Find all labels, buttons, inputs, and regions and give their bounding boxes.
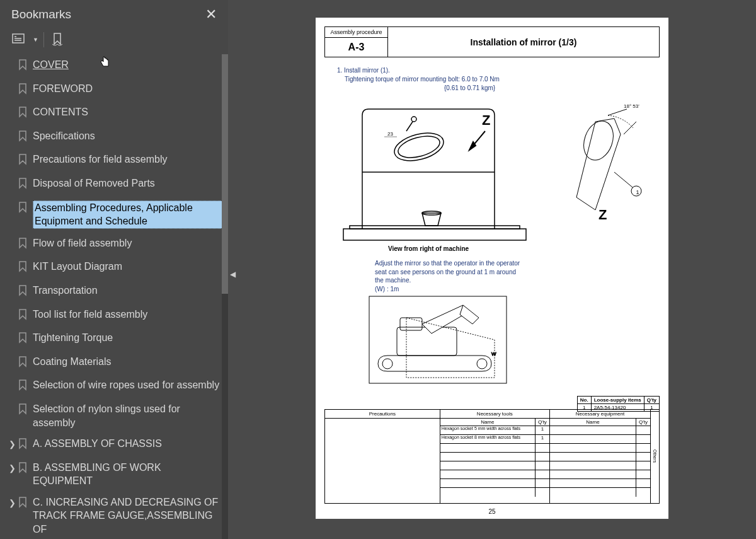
tool-qty — [536, 453, 549, 461]
svg-text:W: W — [491, 351, 496, 357]
svg-line-10 — [406, 122, 413, 131]
bookmark-item[interactable]: Tightening Torque — [6, 327, 228, 351]
bookmark-ribbon-icon — [18, 285, 28, 300]
bookmark-item[interactable]: Flow of field assembly — [6, 233, 228, 257]
bookmark-item[interactable]: CONTENTS — [6, 101, 228, 125]
toolbar-separator — [43, 32, 44, 47]
svg-line-21 — [614, 172, 633, 188]
tool-qty — [536, 470, 549, 478]
pdf-viewport[interactable]: Assembly procedure A-3 Installation of m… — [228, 0, 756, 539]
bookmark-ribbon-icon — [18, 154, 28, 169]
bookmark-item[interactable]: Tool list for field assembly — [6, 304, 228, 328]
step-1-sub: Tightening torque of mirror mounting bol… — [337, 75, 647, 84]
supply-h-item: Loose-supply items — [591, 397, 644, 404]
expand-chevron-icon[interactable]: ❯ — [9, 497, 18, 509]
bookmark-item[interactable]: ❯B. ASSEMBLING OF WORK EQUIPMENT — [6, 457, 228, 492]
tool-row — [440, 479, 549, 488]
bookmark-item[interactable]: Disposal of Removed Parts — [6, 173, 228, 197]
bottom-tables: Precautions Necessary tools Name Q'ty He… — [324, 409, 660, 504]
options-icon[interactable] — [11, 32, 28, 48]
svg-point-26 — [382, 359, 392, 369]
bookmark-ribbon-icon[interactable] — [49, 32, 66, 48]
bookmark-label: Flow of field assembly — [33, 236, 223, 250]
bookmarks-panel: Bookmarks ✕ ▼ COVERFOREWORDCONTENTSSpeci… — [0, 0, 228, 539]
tools-name-h: Name — [440, 419, 536, 426]
bookmark-label: A. ASSEMBLY OF CHASSIS — [33, 437, 223, 451]
bookmark-list[interactable]: COVERFOREWORDCONTENTSSpecificationsPreca… — [0, 54, 228, 539]
bookmark-label: Selection of wire ropes used for assembl… — [33, 378, 223, 392]
bookmark-label: Coating Materials — [33, 355, 223, 369]
bookmark-ribbon-icon — [18, 83, 28, 98]
figure-caption: View from right of machine — [388, 245, 469, 252]
bookmark-label: COVER — [33, 58, 223, 72]
bookmark-label: Tightening Torque — [33, 331, 223, 345]
tool-qty — [536, 461, 549, 470]
svg-rect-25 — [369, 296, 507, 383]
bookmark-label: Transportation — [33, 284, 223, 298]
svg-point-9 — [396, 132, 442, 162]
bookmark-label: Assembling Procedures, Applicable Equipm… — [33, 200, 223, 229]
tool-name — [440, 461, 536, 470]
scrollbar-track[interactable] — [222, 54, 228, 539]
tool-name — [440, 488, 536, 497]
bookmark-item[interactable]: Coating Materials — [6, 351, 228, 375]
bookmark-ribbon-icon — [18, 130, 28, 146]
supply-h-qty: Q'ty — [644, 397, 659, 404]
bookmark-label: KIT Layout Diagram — [33, 260, 223, 274]
svg-line-18 — [608, 109, 627, 115]
expand-chevron-icon[interactable]: ❯ — [9, 463, 18, 474]
bookmark-ribbon-icon — [18, 178, 28, 193]
precautions-header: Precautions — [325, 410, 440, 419]
bookmark-ribbon-icon — [18, 438, 28, 453]
scrollbar-thumb[interactable] — [222, 54, 228, 294]
svg-text:23: 23 — [387, 131, 393, 137]
note-w: (W) : 1m — [375, 285, 526, 294]
expand-chevron-icon[interactable]: ❯ — [9, 439, 18, 450]
bookmark-label: CONTENTS — [33, 105, 223, 119]
bookmark-item[interactable]: KIT Layout Diagram — [6, 256, 228, 280]
tool-row: Hexagon socket 8 mm width across flats1 — [440, 435, 549, 444]
collapse-sidebar-icon[interactable]: ◀ — [228, 265, 237, 284]
bookmark-ribbon-icon — [18, 380, 28, 395]
tool-name — [440, 470, 536, 478]
bookmark-ribbon-icon — [18, 238, 28, 253]
bookmark-item[interactable]: Precautions for field assembly — [6, 149, 228, 173]
tool-row — [440, 453, 549, 461]
tools-qty-h: Q'ty — [536, 419, 549, 426]
bookmark-item[interactable]: Assembling Procedures, Applicable Equipm… — [6, 197, 228, 233]
tool-row — [440, 470, 549, 479]
bookmark-label: Disposal of Removed Parts — [33, 177, 223, 190]
tool-qty — [536, 488, 549, 497]
bookmark-label: Specifications — [33, 129, 223, 143]
svg-line-19 — [624, 122, 636, 134]
close-icon[interactable]: ✕ — [205, 6, 217, 23]
bookmark-item[interactable]: Selection of nylon slings used for assem… — [6, 398, 228, 433]
svg-marker-14 — [469, 142, 476, 150]
tool-name: Hexagon socket 5 mm width across flats — [440, 426, 536, 434]
sidebar-toolbar: ▼ — [0, 26, 228, 54]
bookmark-item[interactable]: Selection of wire ropes used for assembl… — [6, 374, 228, 398]
pdf-page: Assembly procedure A-3 Installation of m… — [316, 18, 668, 519]
bookmark-item[interactable]: Transportation — [6, 280, 228, 304]
bookmark-item[interactable]: ❯C. INCREASING AND DECREASING OF TRACK F… — [6, 492, 228, 539]
bookmark-item[interactable]: FOREWORD — [6, 78, 228, 102]
svg-text:1: 1 — [636, 189, 639, 195]
figure-machine: W — [369, 296, 660, 385]
svg-rect-29 — [400, 318, 422, 330]
bookmark-label: FOREWORD — [33, 82, 223, 96]
bookmark-item[interactable]: ❯A. ASSEMBLY OF CHASSIS — [6, 433, 228, 457]
svg-point-27 — [477, 359, 487, 369]
tool-name — [440, 453, 536, 461]
tool-name — [440, 479, 536, 487]
sidebar-title: Bookmarks — [11, 8, 71, 21]
svg-text:Z: Z — [598, 207, 607, 223]
bookmark-item[interactable]: COVER — [6, 54, 228, 78]
tool-name — [440, 444, 536, 452]
tool-qty: 1 — [536, 426, 549, 434]
dropdown-chevron-icon[interactable]: ▼ — [33, 37, 38, 43]
bookmark-ribbon-icon — [18, 403, 28, 419]
tool-row — [440, 444, 549, 453]
bookmark-label: B. ASSEMBLING OF WORK EQUIPMENT — [33, 461, 223, 488]
figure-main: Z 23 18° 53' 1 Z View from ri — [324, 96, 660, 255]
bookmark-item[interactable]: Specifications — [6, 125, 228, 149]
